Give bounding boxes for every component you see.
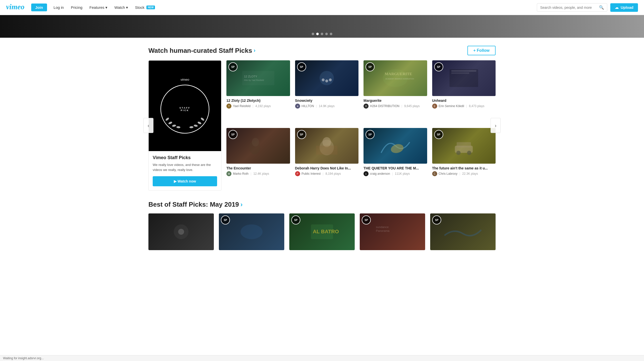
sp-info: Vimeo Staff Picks We really love videos,… xyxy=(149,151,221,190)
creator-avatar: E xyxy=(432,104,437,109)
dot-4[interactable] xyxy=(325,33,328,35)
play-count: 4,192 plays xyxy=(255,104,271,108)
arrow-icon2: › xyxy=(240,201,243,208)
video-thumbnail[interactable]: SP MARGUERITEACADEMY AWARDS NOMINATION xyxy=(364,60,427,96)
video-creator: H H264 DISTRIBUTION | 9,645 plays xyxy=(364,104,427,109)
video-meta: THE QUIETER YOU ARE THE M... c craig and… xyxy=(364,166,427,176)
carousel-next-button[interactable]: › xyxy=(491,118,501,133)
creator-name[interactable]: craig anderson xyxy=(370,172,390,175)
creator-name[interactable]: Public Interest xyxy=(302,172,321,175)
vimeo-label: vimeo xyxy=(181,78,189,81)
video-thumbnail[interactable]: SP xyxy=(219,213,284,250)
chevron-down-icon: ▾ xyxy=(105,5,107,10)
svg-rect-20 xyxy=(450,69,478,87)
svg-point-35 xyxy=(240,224,263,239)
nav-login[interactable]: Log in xyxy=(50,5,67,10)
svg-rect-10 xyxy=(242,71,274,85)
svg-point-3 xyxy=(168,121,173,124)
best-of-grid: SP SP AL BATRO SP sundancePanorama xyxy=(148,213,496,250)
sp-card-title: Vimeo Staff Picks xyxy=(153,155,217,160)
play-count: 8,473 plays xyxy=(469,104,484,108)
video-title[interactable]: THE QUIETER YOU ARE THE M... xyxy=(364,166,427,170)
search-icon: 🔍 xyxy=(599,5,604,10)
svg-rect-32 xyxy=(457,142,471,148)
dot-3[interactable] xyxy=(321,33,323,35)
video-title[interactable]: Unheard xyxy=(432,99,496,103)
video-creator: P Public Interest | 8,194 plays xyxy=(295,171,359,176)
svg-point-9 xyxy=(189,126,194,128)
carousel-prev-button[interactable]: ‹ xyxy=(143,118,153,133)
play-count: 22.3K plays xyxy=(462,172,478,175)
svg-point-30 xyxy=(456,151,461,155)
vimeo-logo[interactable]: vimeo xyxy=(6,2,26,13)
video-thumbnail[interactable]: SP xyxy=(364,128,427,164)
hero-banner xyxy=(0,15,644,38)
video-meta: Snowciety ✦ HILLTON | 14.9K plays xyxy=(295,99,359,109)
dot-2[interactable] xyxy=(316,33,319,35)
sp-sub-label2: PICK xyxy=(181,109,189,112)
creator-name[interactable]: HILLTON xyxy=(302,104,314,108)
upload-button[interactable]: ☁ Upload xyxy=(610,3,638,12)
video-creator: c craig anderson | 111K plays xyxy=(364,171,427,176)
video-thumbnail[interactable]: SP xyxy=(430,213,496,250)
creator-avatar: P xyxy=(295,171,300,176)
video-title[interactable]: The future ain't the same as it u... xyxy=(432,166,496,170)
svg-rect-27 xyxy=(316,146,337,155)
video-thumbnail[interactable]: SP xyxy=(295,128,359,164)
video-title[interactable]: The Encounter xyxy=(226,166,290,170)
svg-rect-22 xyxy=(451,72,469,74)
dot-1[interactable] xyxy=(312,33,314,35)
svg-point-15 xyxy=(325,80,328,82)
video-card: SP sundancePanorama xyxy=(360,213,425,250)
nav-pricing[interactable]: Pricing xyxy=(67,5,86,10)
video-title[interactable]: 12 Zloty (12 Złotych) xyxy=(226,99,290,103)
nav-watch[interactable]: Watch ▾ xyxy=(111,5,132,10)
video-thumbnail[interactable] xyxy=(148,213,214,250)
svg-point-7 xyxy=(197,121,202,124)
video-creator: E Erin Semine Kökdil | 8,473 plays xyxy=(432,104,496,109)
follow-button[interactable]: + Follow xyxy=(467,46,496,55)
video-card xyxy=(148,213,214,250)
video-thumbnail[interactable]: SP sundancePanorama xyxy=(360,213,425,250)
video-title[interactable]: Deborah Harry Does Not Like In... xyxy=(295,166,359,170)
video-card: SP MARGUERITEACADEMY AWARDS NOMINATION M… xyxy=(364,60,427,123)
creator-name[interactable]: H264 DISTRIBUTION xyxy=(370,104,399,108)
navbar: vimeo Join Log in Pricing Features ▾ Wat… xyxy=(0,0,644,15)
dot-5[interactable] xyxy=(330,33,332,35)
video-card: SP AL BATRO xyxy=(289,213,355,250)
svg-text:ACADEMY AWARDS NOMINATION: ACADEMY AWARDS NOMINATION xyxy=(385,78,414,80)
video-thumbnail[interactable]: SP xyxy=(432,128,496,164)
video-thumbnail[interactable]: SP xyxy=(226,128,290,164)
svg-point-16 xyxy=(329,78,332,81)
join-button[interactable]: Join xyxy=(31,4,47,11)
video-card: SP 12 ZLOTYFilm by Yael Reisfeld 12 Zlot… xyxy=(226,60,290,123)
video-card: SP THE QUIETER YOU ARE THE M... c craig … xyxy=(364,128,427,191)
creator-name[interactable]: Marko Roth xyxy=(233,172,249,175)
creator-name[interactable]: Chris Labrooy xyxy=(439,172,458,175)
video-thumbnail[interactable]: SP AL BATRO xyxy=(289,213,355,250)
video-meta: The future ain't the same as it u... C C… xyxy=(432,166,496,176)
svg-text:Film by Yael Reisfeld: Film by Yael Reisfeld xyxy=(244,79,264,81)
svg-point-6 xyxy=(200,117,205,121)
nav-features[interactable]: Features ▾ xyxy=(86,5,111,10)
video-creator: C Chris Labrooy | 22.3K plays xyxy=(432,171,496,176)
search-input[interactable] xyxy=(540,6,598,10)
play-count: 12.4K plays xyxy=(253,172,269,175)
creator-name[interactable]: Yael Reisfeld xyxy=(233,104,251,108)
watch-now-button[interactable]: ▶ Watch now xyxy=(153,176,217,186)
video-title[interactable]: Marguerite xyxy=(364,99,427,103)
play-count: 8,194 plays xyxy=(326,172,341,175)
video-thumbnail[interactable]: SP xyxy=(432,60,496,96)
video-thumbnail[interactable]: SP 12 ZLOTYFilm by Yael Reisfeld xyxy=(226,60,290,96)
new-badge: NEW xyxy=(146,6,155,9)
video-meta: The Encounter M Marko Roth | 12.4K plays xyxy=(226,166,290,176)
video-meta: 12 Zloty (12 Złotych) Y Yael Reisfeld | … xyxy=(226,99,290,109)
sp-card-desc: We really love videos, and these are the… xyxy=(153,162,217,172)
play-count: 14.9K plays xyxy=(319,104,335,108)
nav-stock[interactable]: Stock NEW xyxy=(132,5,158,10)
video-title[interactable]: Snowciety xyxy=(295,99,359,103)
creator-name[interactable]: Erin Semine Kökdil xyxy=(439,104,464,108)
video-thumbnail[interactable]: SP xyxy=(295,60,359,96)
staff-picks-header: Watch human-curated Staff Picks › + Foll… xyxy=(148,38,496,60)
svg-point-2 xyxy=(165,117,169,121)
